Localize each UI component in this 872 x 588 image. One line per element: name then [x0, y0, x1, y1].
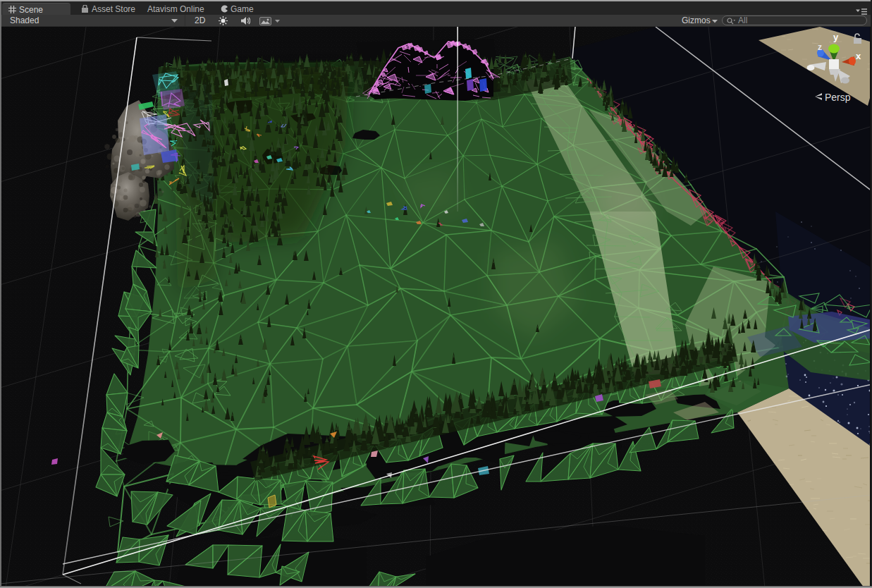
- svg-text:Persp: Persp: [825, 92, 851, 103]
- svg-text:y: y: [833, 32, 839, 42]
- svg-text:x: x: [856, 51, 861, 61]
- svg-text:z: z: [818, 42, 822, 52]
